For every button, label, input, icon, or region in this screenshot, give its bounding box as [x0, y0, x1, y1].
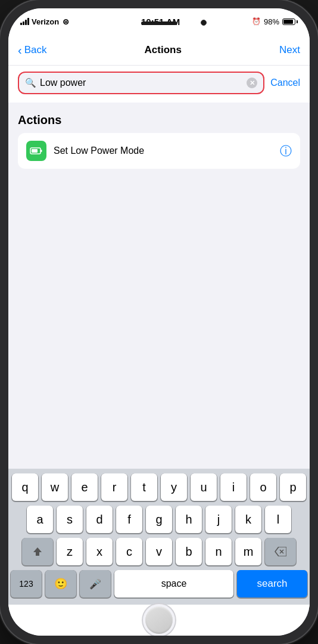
keyboard-row-4: 123 🙂 🎤 space search — [11, 570, 307, 597]
carrier-label: Verizon — [32, 17, 59, 26]
key-d[interactable]: d — [86, 506, 113, 533]
screen-content: Verizon ⊜ 10:51 AM ⏰ 98% — [8, 8, 310, 636]
space-key[interactable]: space — [114, 570, 233, 597]
key-w[interactable]: w — [42, 473, 68, 501]
cancel-button[interactable]: Cancel — [270, 78, 300, 88]
key-a[interactable]: a — [27, 506, 53, 533]
speaker — [141, 21, 177, 25]
key-r[interactable]: r — [101, 473, 127, 501]
clear-icon: ✕ — [250, 80, 255, 86]
emoji-key[interactable]: 🙂 — [45, 570, 76, 597]
key-m[interactable]: m — [235, 538, 261, 565]
action-icon — [26, 141, 46, 161]
search-icon: 🔍 — [25, 78, 36, 88]
svg-rect-2 — [32, 149, 38, 153]
signal-bar-1 — [20, 23, 22, 25]
key-h[interactable]: h — [176, 506, 202, 533]
signal-bar-3 — [25, 20, 27, 25]
key-q[interactable]: q — [12, 473, 38, 501]
key-e[interactable]: e — [71, 473, 98, 501]
actions-section: Actions Set Low Power Mode ⓘ — [8, 103, 310, 469]
svg-rect-1 — [40, 150, 42, 152]
keyboard-row-3: z x c v b n m — [11, 538, 307, 565]
keyboard-row-1: q w e r t y u i o p — [11, 473, 307, 501]
microphone-key[interactable]: 🎤 — [80, 570, 111, 597]
home-button[interactable] — [143, 604, 175, 636]
signal-bar-4 — [27, 18, 29, 25]
key-x[interactable]: x — [86, 538, 113, 565]
key-n[interactable]: n — [205, 538, 232, 565]
list-item[interactable]: Set Low Power Mode ⓘ — [18, 133, 300, 169]
key-i[interactable]: i — [220, 473, 247, 501]
back-chevron-icon: ‹ — [18, 44, 22, 56]
home-button-inner — [145, 606, 173, 634]
navigation-bar: ‹ Back Actions Next — [8, 35, 310, 66]
keyboard-row-2: a s d f g h j k l — [11, 506, 307, 533]
key-t[interactable]: t — [131, 473, 157, 501]
key-c[interactable]: c — [116, 538, 142, 565]
battery-body — [282, 18, 295, 25]
shift-icon — [32, 546, 43, 557]
numbers-key[interactable]: 123 — [11, 570, 42, 597]
svg-marker-3 — [33, 547, 42, 556]
key-f[interactable]: f — [116, 506, 142, 533]
key-k[interactable]: k — [235, 506, 261, 533]
status-right: ⏰ 98% — [252, 17, 298, 26]
key-o[interactable]: o — [250, 473, 276, 501]
delete-key[interactable] — [265, 538, 296, 565]
battery-icon — [282, 18, 298, 25]
key-b[interactable]: b — [176, 538, 202, 565]
battery-fill — [283, 20, 293, 24]
keyboard: q w e r t y u i o p a s d f g — [8, 469, 310, 605]
search-bar[interactable]: 🔍 Low power ✕ — [18, 72, 264, 94]
actions-list: Set Low Power Mode ⓘ — [18, 133, 300, 169]
phone-screen: Verizon ⊜ 10:51 AM ⏰ 98% — [8, 8, 310, 636]
wifi-icon: ⊜ — [63, 17, 69, 26]
status-left: Verizon ⊜ — [20, 17, 69, 26]
key-g[interactable]: g — [146, 506, 172, 533]
camera — [201, 20, 207, 26]
battery-action-icon — [30, 147, 43, 155]
key-u[interactable]: u — [191, 473, 217, 501]
back-label: Back — [24, 44, 47, 56]
key-y[interactable]: y — [161, 473, 187, 501]
home-area — [8, 605, 310, 636]
back-button[interactable]: ‹ Back — [18, 44, 46, 56]
key-l[interactable]: l — [265, 506, 291, 533]
key-s[interactable]: s — [57, 506, 83, 533]
key-v[interactable]: v — [146, 538, 172, 565]
alarm-icon: ⏰ — [252, 17, 261, 26]
next-button[interactable]: Next — [279, 44, 300, 56]
key-j[interactable]: j — [205, 506, 232, 533]
search-input[interactable]: Low power — [40, 78, 243, 88]
key-p[interactable]: p — [280, 473, 306, 501]
signal-bar-2 — [23, 21, 24, 25]
search-key[interactable]: search — [237, 570, 307, 597]
battery-percent: 98% — [264, 17, 279, 26]
info-button[interactable]: ⓘ — [280, 143, 292, 159]
page-title: Actions — [145, 44, 182, 56]
delete-icon — [275, 547, 286, 556]
search-section: 🔍 Low power ✕ Cancel — [8, 66, 310, 103]
search-clear-button[interactable]: ✕ — [247, 78, 257, 88]
battery-tip — [297, 20, 298, 23]
action-label: Set Low Power Mode — [54, 145, 273, 156]
search-bar-wrapper: 🔍 Low power ✕ Cancel — [18, 72, 300, 94]
shift-key[interactable] — [22, 538, 53, 565]
signal-bars — [20, 18, 29, 25]
phone-frame: Verizon ⊜ 10:51 AM ⏰ 98% — [0, 0, 318, 644]
section-header: Actions — [18, 113, 300, 127]
key-z[interactable]: z — [57, 538, 83, 565]
